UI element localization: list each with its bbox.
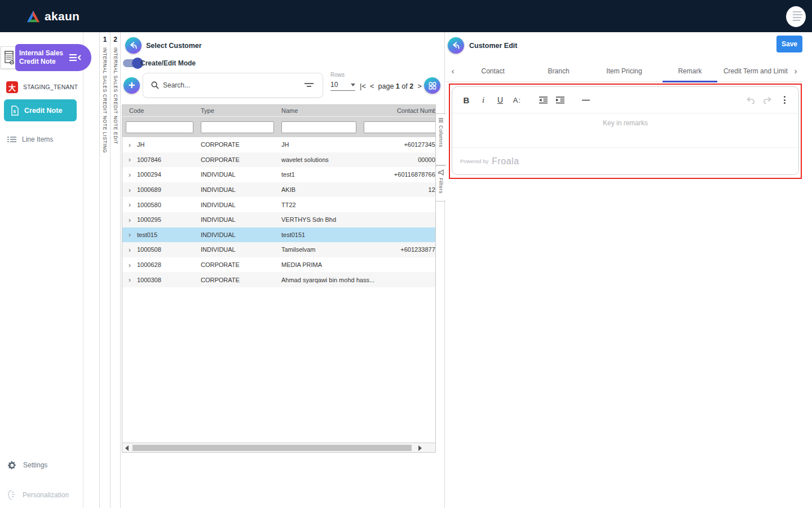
indent-icon [555,96,565,104]
column-header-contact[interactable]: Contact Number [360,107,436,114]
font-size-button[interactable]: A: [509,91,526,108]
cell-contact: 1212 [360,186,436,193]
cell-code: 1000689 [137,186,197,193]
row-expand-icon[interactable]: › [122,141,137,149]
editor-toolbar: B i U A: [452,87,798,113]
tab-remark[interactable]: Remark [657,61,722,82]
row-expand-icon[interactable]: › [122,155,137,164]
filters-side-tab[interactable]: Filters [436,165,446,202]
row-expand-icon[interactable]: › [122,261,137,269]
outdent-button[interactable] [535,91,551,108]
tabs-scroll-left-icon[interactable]: ‹ [445,67,460,76]
brand-name: akaun [45,10,80,23]
row-expand-icon[interactable]: › [122,200,137,209]
personalization-icon [7,490,16,500]
cell-name: MEDIA PRIMA [278,261,360,268]
funnel-icon [438,169,444,176]
more-options-button[interactable] [776,91,793,108]
rows-per-page-select[interactable]: 10 [330,81,355,91]
tab-branch[interactable]: Branch [526,61,591,82]
first-page-button[interactable]: |< [360,82,366,90]
tab-contact[interactable]: Contact [460,61,526,82]
redo-button[interactable] [759,91,776,108]
tenant-selector[interactable]: 大 STAGING_TENANT [0,78,83,95]
add-customer-button[interactable]: + [123,77,140,94]
workspace-tab-label: INTERNAL SALES CREDIT NOTE LISTING [102,47,108,153]
column-header-type[interactable]: Type [197,107,278,114]
indent-button[interactable] [551,91,568,108]
scrollbar-thumb[interactable] [133,445,412,451]
tenant-icon: 大 [6,81,18,93]
search-input[interactable] [163,81,304,89]
filter-input-code[interactable] [126,121,193,133]
row-expand-icon[interactable]: › [122,230,137,239]
cell-type: CORPORATE [197,261,278,268]
row-expand-icon[interactable]: › [122,246,137,254]
undo-icon [746,96,755,104]
prev-page-button[interactable]: < [370,82,374,90]
cell-name: TT22 [278,202,360,208]
tab-credit-term[interactable]: Credit Term and Limit [723,61,788,82]
tenant-label: STAGING_TENANT [23,84,78,90]
filter-input-contact[interactable] [364,121,436,133]
column-header-name[interactable]: Name [278,107,360,114]
sidebar-item-personalization[interactable]: Personalization [0,488,83,502]
grid-icon [428,81,437,90]
row-expand-icon[interactable]: › [122,186,137,194]
save-button[interactable]: Save [776,36,802,52]
user-avatar[interactable] [786,6,806,27]
remark-editor-area[interactable]: Key in remarks [452,113,798,147]
tabs-scroll-right-icon[interactable]: › [788,67,803,76]
column-header-code[interactable]: Code [122,107,197,114]
search-icon [151,81,160,90]
create-edit-mode-toggle[interactable] [123,59,142,67]
powered-by-text: Powered by [460,158,488,164]
sidebar-item-label: Line Items [22,135,53,143]
grid-view-button[interactable] [424,77,440,94]
sidebar-item-line-items[interactable]: Line Items [0,132,83,147]
table-row[interactable]: ›test015INDIVIDUALtest0151 [122,227,436,243]
filter-sort-icon[interactable] [304,81,314,89]
scroll-right-icon[interactable] [418,445,422,451]
table-row[interactable]: ›1000689INDIVIDUALAKIB1212 [122,182,436,198]
sidebar-item-credit-note[interactable]: $ Credit Note [4,99,77,121]
filter-input-type[interactable] [201,121,274,133]
cell-code: 1000308 [137,277,197,283]
horizontal-rule-button[interactable]: — [577,91,594,108]
credit-note-icon: $ [10,106,19,116]
bold-button[interactable]: B [458,91,475,108]
scroll-left-icon[interactable] [125,445,129,451]
search-box [143,73,323,98]
sidebar-collapse-icon[interactable] [68,52,82,63]
sidebar-item-settings[interactable]: Settings [0,458,83,472]
undo-button[interactable] [742,91,759,108]
cell-name: VERTHYS Sdn Bhd [278,216,360,223]
row-expand-icon[interactable]: › [122,216,137,224]
table-row[interactable]: ›1000508INDIVIDUALTamilselvam+6012338776… [122,242,436,257]
table-row[interactable]: ›1000580INDIVIDUALTT22 [122,197,436,212]
cell-type: INDIVIDUAL [197,231,278,238]
row-expand-icon[interactable]: › [122,275,137,284]
table-row[interactable]: ›1007846CORPORATEwavelet solutions000000… [122,152,436,168]
table-row[interactable]: ›1000308CORPORATEAhmad syarqawi bin mohd… [122,272,436,287]
sidebar-item-label: Credit Note [24,107,62,115]
table-row[interactable]: ›1000294INDIVIDUALtest1+6011687876670 [122,167,436,182]
workspace-tab-listing[interactable]: 1 INTERNAL SALES CREDIT NOTE LISTING [99,32,110,508]
rich-text-editor: B i U A: [452,86,799,175]
horizontal-scrollbar[interactable] [122,443,435,452]
next-page-button[interactable]: > [417,82,422,90]
module-header[interactable]: Internal Sales Credit Note [15,44,91,71]
row-expand-icon[interactable]: › [122,170,137,179]
columns-side-tab[interactable]: Columns [436,113,446,165]
table-row[interactable]: ›JHCORPORATEJH+6012734567 [122,137,436,152]
table-row[interactable]: ›1000628CORPORATEMEDIA PRIMA [122,257,436,273]
filter-input-name[interactable] [281,121,356,133]
cell-contact: 0000000 [360,156,436,163]
underline-button[interactable]: U [492,91,509,108]
back-button[interactable] [448,37,464,54]
italic-button[interactable]: i [475,91,492,108]
tab-item-pricing[interactable]: Item Pricing [592,61,657,82]
workspace-tab-edit[interactable]: 2 INTERNAL SALES CREDIT NOTE EDIT [110,32,121,508]
back-button[interactable] [125,37,142,54]
table-row[interactable]: ›1000295INDIVIDUALVERTHYS Sdn Bhd [122,212,436,227]
